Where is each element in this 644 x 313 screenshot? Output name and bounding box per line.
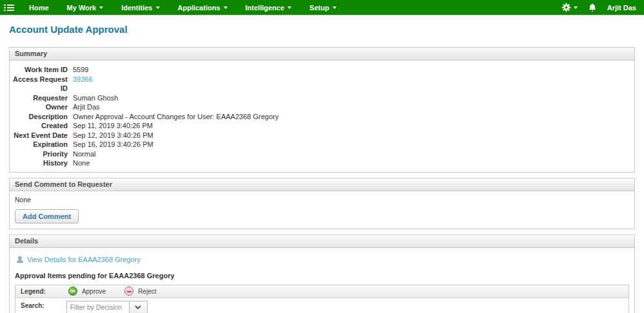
nav-item-setup[interactable]: Setup [300,0,346,15]
summary-field-next-event-date: Next Event Date Sep 12, 2019 3:40:26 PM [10,131,634,140]
chevron-down-icon [333,6,337,9]
field-value: Sep 11, 2019 3:40:26 PM [73,121,153,131]
summary-field-expiration: Expiration Sep 16, 2019 3:40:26 PM [10,140,634,149]
legend-approve-label: Approve [82,288,106,295]
access-request-link[interactable]: 39366 [73,75,93,93]
chevron-down-icon [224,6,228,9]
page-title: Account Update Approval [9,24,644,35]
approve-icon: OK [68,287,77,296]
comment-body-text: None [15,196,629,204]
chevron-down-icon [156,6,160,9]
nav-item-home[interactable]: Home [20,0,58,15]
nav-item-label: Applications [178,4,220,12]
search-row: Search: [15,298,629,313]
nav-item-intelligence[interactable]: Intelligence [237,0,301,15]
field-label: Next Event Date [10,131,68,140]
send-comment-panel-header: Send Comment to Requester [10,178,634,191]
summary-field-requester: Requester Suman Ghosh [10,93,634,103]
chevron-down-icon [574,6,578,9]
summary-field-created: Created Sep 11, 2019 3:40:26 PM [10,121,634,131]
field-value: Arjit Das [73,102,100,112]
decision-filter-combo [66,301,148,313]
field-label: Owner [10,102,68,112]
nav-item-label: Setup [309,4,329,12]
decision-filter-dropdown-button[interactable] [129,301,148,313]
top-navigation-bar: Home My Work Identities Applications Int… [0,0,644,15]
field-label: History [10,158,68,168]
summary-panel-header: Summary [10,48,634,61]
field-label: Access Request ID [10,75,68,93]
field-value: Suman Ghosh [73,93,118,103]
field-label: Requester [10,93,68,103]
summary-field-work-item-id: Work Item ID 5599 [10,65,634,75]
summary-field-description: Description Owner Approval - Account Cha… [10,112,634,122]
field-value: Sep 12, 2019 3:40:26 PM [73,131,153,140]
decision-filter-input[interactable] [66,301,129,313]
user-name[interactable]: Arjit Das [607,4,636,12]
field-value: Sep 16, 2019 3:40:26 PM [73,140,153,149]
summary-field-history: History None [10,158,634,168]
add-comment-button[interactable]: Add Comment [15,209,79,223]
nav-item-identities[interactable]: Identities [112,0,168,15]
summary-field-owner: Owner Arjit Das [10,102,634,112]
nav-item-label: Intelligence [246,4,285,12]
nav-item-label: My Work [67,4,97,12]
nav-item-applications[interactable]: Applications [169,0,237,15]
view-details-link-label: View Details for EAAA2368 Gregory [27,256,141,263]
bell-icon[interactable] [588,3,597,12]
menu-icon[interactable] [4,3,15,12]
field-value: None [73,158,90,168]
summary-field-access-request-id: Access Request ID 39366 [10,75,634,93]
field-label: Expiration [10,140,68,149]
summary-field-priority: Priority Normal [10,149,634,159]
field-label: Created [10,121,68,131]
field-value: 5599 [73,65,88,75]
approval-items-pending-text: Approval Items pending for EAAA2368 Greg… [15,272,629,280]
field-value: Owner Approval - Account Changes for Use… [73,112,278,122]
legend-bar: Legend: OK Approve Reject [15,285,629,298]
legend-label: Legend: [21,288,46,295]
search-label: Search: [21,301,44,309]
field-label: Work Item ID [10,65,68,75]
nav-item-label: Home [29,4,49,12]
legend-reject-label: Reject [138,288,156,295]
chevron-down-icon [288,6,291,9]
gear-icon [561,3,571,12]
details-panel: Details View Details for EAAA2368 Gregor… [9,234,635,313]
summary-panel: Summary Work Item ID 5599 Access Request… [9,47,635,173]
chevron-down-icon [135,305,141,310]
send-comment-panel: Send Comment to Requester None Add Comme… [9,178,635,229]
chevron-down-icon [99,6,103,9]
details-panel-header: Details [10,235,634,248]
reject-icon [124,287,133,296]
approval-items-grid: Legend: OK Approve Reject Search: [15,285,629,313]
nav-item-label: Identities [121,4,152,12]
field-label: Description [10,112,68,122]
field-label: Priority [10,149,68,159]
field-value: Normal [73,149,95,159]
settings-menu[interactable] [561,3,578,12]
nav-item-my-work[interactable]: My Work [58,0,113,15]
person-icon [16,256,24,263]
view-details-link[interactable]: View Details for EAAA2368 Gregory [16,256,629,263]
